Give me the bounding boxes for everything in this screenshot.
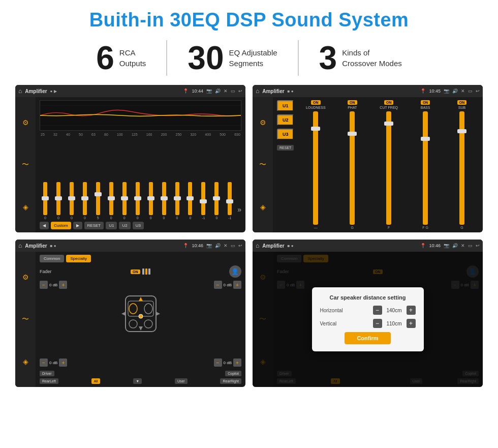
eq-slider-3[interactable]: 0: [66, 182, 77, 220]
vol-ctrl-fr: − 0 dB +: [214, 281, 241, 289]
user-profile-icon[interactable]: 👤: [229, 265, 241, 278]
eq-slider-14[interactable]: 0: [211, 182, 222, 220]
vol-fr-plus[interactable]: +: [233, 281, 241, 289]
eq-settings-icon[interactable]: ⚙: [18, 115, 33, 130]
speaker-position-buttons-2: RearLeft All ▼ User RearRight: [40, 378, 241, 384]
loudness-slider[interactable]: [313, 111, 318, 225]
crossover-wave-icon[interactable]: 〜: [256, 158, 270, 172]
stat-text-rca2: Outputs: [119, 58, 146, 69]
eq-topbar-time: 10:44: [192, 88, 203, 94]
crossover-topbar-title: Amplifier: [262, 88, 284, 94]
eq-slider-13[interactable]: -1: [198, 182, 209, 220]
vertical-minus-btn[interactable]: −: [373, 319, 382, 328]
camera-icon: 📷: [206, 88, 212, 94]
eq-slider-9[interactable]: 0: [145, 182, 157, 220]
eq-slider-6[interactable]: 0: [106, 182, 117, 220]
vertical-ctrl: − 110cm +: [373, 319, 416, 328]
eq-custom-btn[interactable]: Custom: [51, 222, 71, 229]
ch-cutfreq: ON CUT FREQ F: [372, 100, 406, 229]
eq-slider-5[interactable]: 5: [92, 182, 104, 220]
stat-text-eq2: Segments: [229, 58, 277, 69]
crossover-settings-icon[interactable]: ⚙: [256, 115, 270, 130]
ch-phat: ON PHAT G: [335, 100, 369, 229]
fader-main-area: Common Specialty Fader ON: [36, 252, 245, 387]
location-icon: 📍: [183, 88, 189, 94]
u3-select-btn[interactable]: U3: [277, 129, 294, 140]
fader-settings-icon[interactable]: ⚙: [18, 270, 33, 284]
vol-icon-3: 🔊: [215, 243, 221, 248]
eq-slider-2[interactable]: 0: [53, 182, 64, 220]
vol-rr-minus[interactable]: −: [214, 359, 222, 367]
back-icon-4: ↩: [476, 243, 480, 248]
vol-fr-minus[interactable]: −: [214, 281, 222, 289]
home-icon-4: ⌂: [256, 242, 259, 249]
chevron-down-icon[interactable]: ▼: [133, 378, 142, 384]
stat-text-rca1: RCA: [119, 47, 146, 58]
vol-rl-minus[interactable]: −: [40, 359, 48, 367]
dialog-topbar: ⌂ Amplifier ■ ● 📍 10:46 📷 🔊 ✕ ▭ ↩: [253, 240, 483, 252]
horizontal-minus-btn[interactable]: −: [373, 306, 382, 315]
ch-sub: ON SUB G: [445, 100, 479, 229]
eq-slider-10[interactable]: 0: [159, 182, 170, 220]
eq-slider-12[interactable]: 0: [184, 182, 196, 220]
eq-slider-1[interactable]: 0: [40, 182, 51, 220]
vertical-plus-btn[interactable]: +: [407, 319, 416, 328]
eq-u2-btn[interactable]: U2: [119, 222, 130, 229]
eq-slider-11[interactable]: 0: [172, 182, 183, 220]
confirm-button[interactable]: Confirm: [345, 332, 390, 344]
phat-slider[interactable]: [350, 111, 355, 225]
eq-slider-15[interactable]: -1: [224, 182, 235, 220]
vol-rl-plus[interactable]: +: [59, 359, 67, 367]
eq-prev-btn[interactable]: ◀: [40, 222, 49, 229]
eq-slider-7[interactable]: 0: [119, 182, 130, 220]
svg-marker-11: [139, 326, 143, 331]
eq-slider-8[interactable]: 0: [132, 182, 143, 220]
svg-point-9: [139, 314, 143, 318]
driver-btn[interactable]: Driver: [40, 371, 54, 376]
fader-screen-inner: ⚙ 〜 ◈ Common Specialty Fader ON: [15, 252, 245, 387]
u2-select-btn[interactable]: U2: [277, 114, 294, 126]
home-icon: ⌂: [18, 87, 22, 95]
crossover-speaker-icon[interactable]: ◈: [256, 200, 270, 214]
cutfreq-slider[interactable]: [386, 111, 391, 225]
eq-graph: [40, 100, 241, 131]
u1-select-btn[interactable]: U1: [277, 100, 294, 111]
eq-reset-btn[interactable]: RESET: [84, 222, 104, 229]
svg-point-7: [129, 320, 137, 328]
fader-wave-icon[interactable]: 〜: [18, 312, 33, 326]
rearleft-btn[interactable]: RearLeft: [40, 378, 58, 384]
vol-fl-plus[interactable]: +: [59, 281, 67, 289]
location-icon-2: 📍: [420, 88, 426, 94]
all-btn[interactable]: All: [91, 378, 101, 384]
x-icon-4: ✕: [461, 243, 465, 248]
x-icon-2: ✕: [461, 88, 465, 94]
eq-skip-icon[interactable]: »: [237, 205, 241, 220]
eq-speaker-icon[interactable]: ◈: [18, 200, 33, 214]
fader-tabs: Common Specialty: [40, 255, 241, 262]
crossover-topbar-time: 10:45: [429, 88, 441, 94]
crossover-reset-btn[interactable]: RESET: [277, 145, 294, 151]
u-buttons-group: U1 U2 U3 RESET: [277, 100, 294, 229]
copilot-btn[interactable]: Copilot: [225, 371, 241, 376]
tab-common[interactable]: Common: [40, 255, 64, 262]
fader-speaker-icon[interactable]: ◈: [18, 354, 33, 369]
vol-rl-value: 0 dB: [49, 361, 57, 365]
sub-slider[interactable]: [459, 111, 464, 225]
eq-slider-4[interactable]: 0: [79, 182, 90, 220]
horizontal-plus-btn[interactable]: +: [407, 306, 416, 315]
location-icon-3: 📍: [183, 243, 189, 248]
eq-play-btn[interactable]: ▶: [73, 222, 82, 229]
eq-u1-btn[interactable]: U1: [106, 222, 117, 229]
eq-wave-icon[interactable]: 〜: [18, 158, 33, 172]
ch-bass: ON BASS F G: [409, 100, 442, 229]
user-btn[interactable]: User: [175, 378, 188, 384]
bass-slider[interactable]: [423, 111, 428, 225]
rearright-btn[interactable]: RearRight: [220, 378, 241, 384]
stat-number-3: 3: [319, 42, 337, 74]
vol-fl-minus[interactable]: −: [40, 281, 48, 289]
eq-topbar-title: Amplifier: [25, 88, 47, 94]
tab-specialty[interactable]: Specialty: [66, 255, 90, 262]
vol-rr-plus[interactable]: +: [233, 359, 241, 367]
eq-u3-btn[interactable]: U3: [133, 222, 144, 229]
vol-controls-top: − 0 dB + − 0 dB +: [40, 281, 241, 289]
